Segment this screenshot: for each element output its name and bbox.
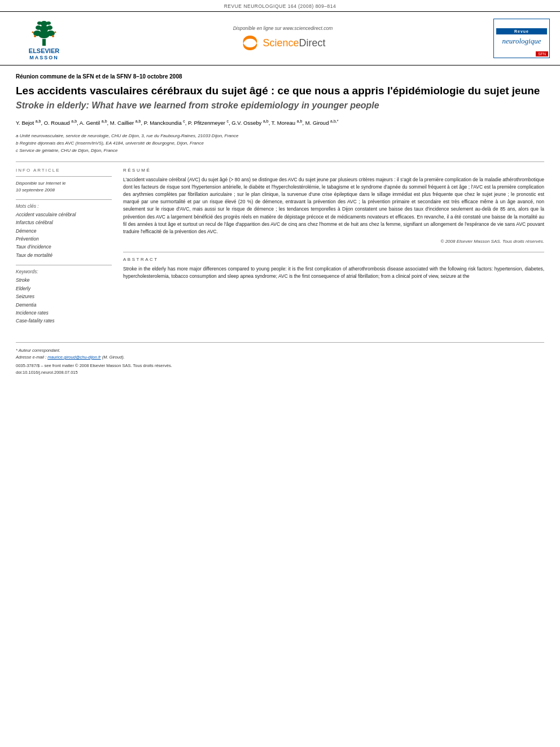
keywords-header: Keywords: xyxy=(16,269,112,274)
content-divider xyxy=(16,161,544,162)
resume-body-text: L'accident vasculaire cérébral (AVC) du … xyxy=(123,176,544,235)
journal-logo-box: Revue neurologique SFN xyxy=(488,19,550,58)
mot-cle-1: Accident vasculaire cérébral xyxy=(16,211,112,219)
info-divider-1 xyxy=(16,176,112,177)
mots-cles-header: Mots clés : xyxy=(16,203,112,209)
masson-brand-text: MASSON xyxy=(29,55,59,60)
article-title-french: Les accidents vasculaires cérébraux du s… xyxy=(16,84,544,98)
legal-text: 0035-3787/$ – see front matter © 2008 El… xyxy=(16,362,544,369)
keyword-6: Case-fatality rates xyxy=(16,317,112,325)
info-date: Disponible sur Internet le 10 septembre … xyxy=(16,180,112,194)
info-article-column: INFO ARTICLE Disponible sur Internet le … xyxy=(16,168,112,331)
authors-text: Y. Bejot a,b, O. Rouaud a,b, A. Gentil a… xyxy=(16,120,338,126)
mot-cle-6: Taux de mortalité xyxy=(16,251,112,259)
email-label: Adresse e-mail : xyxy=(16,355,46,360)
mot-cle-4: Prévention xyxy=(16,235,112,243)
keyword-3: Seizures xyxy=(16,292,112,300)
revue-flag: SFN xyxy=(536,51,548,56)
two-column-section: INFO ARTICLE Disponible sur Internet le … xyxy=(16,168,544,331)
resume-column: RÉSUMÉ L'accident vasculaire cérébral (A… xyxy=(123,168,544,331)
mot-cle-5: Taux d'incidence xyxy=(16,243,112,251)
revue-neurologique-box: Revue neurologique SFN xyxy=(493,19,550,58)
info-date-value: 10 septembre 2008 xyxy=(16,187,55,193)
resume-header: RÉSUMÉ xyxy=(123,168,544,173)
sciencedirect-section: Disponible en ligne sur www.sciencedirec… xyxy=(78,25,488,51)
affiliations: a Unité neurovasculaire, service de neur… xyxy=(16,133,544,154)
svg-point-7 xyxy=(41,21,47,27)
abstract-divider xyxy=(123,252,544,252)
star-note-text: * Auteur correspondant. xyxy=(16,348,60,353)
svg-point-13 xyxy=(55,32,56,33)
mot-cle-2: Infarctus cérébral xyxy=(16,219,112,226)
sciencedirect-text: ScienceDirect xyxy=(262,37,325,49)
revue-journal-title: neurologique xyxy=(501,34,542,49)
revue-top-bar: Revue xyxy=(496,28,547,34)
mots-cles-list: Accident vasculaire cérébral Infarctus c… xyxy=(16,211,112,260)
affiliation-c: c Service de gériatrie, CHU de Dijon, Di… xyxy=(16,147,544,155)
star-footnote: * Auteur correspondant. xyxy=(16,347,544,354)
journal-citation: REVUE NEUROLOGIQUE 164 (2008) 809–814 xyxy=(224,3,336,9)
svg-point-5 xyxy=(36,25,41,30)
elsevier-brand-text: ELSEVIER xyxy=(29,47,59,55)
svg-point-9 xyxy=(46,21,51,25)
email-link[interactable]: maurice.giroud@chu-dijon.fr xyxy=(47,355,100,360)
available-online-text: Disponible en ligne sur www.sciencedirec… xyxy=(233,25,333,31)
publisher-logo: ELSEVIER MASSON xyxy=(10,16,78,60)
mot-cle-3: Démence xyxy=(16,227,112,235)
info-divider-2 xyxy=(16,199,112,200)
keyword-1: Stroke xyxy=(16,276,112,284)
keyword-4: Dementia xyxy=(16,301,112,309)
elsevier-tree-icon xyxy=(27,16,61,47)
svg-point-12 xyxy=(32,32,34,33)
svg-point-10 xyxy=(34,35,36,37)
page-wrapper: REVUE NEUROLOGIQUE 164 (2008) 809–814 xyxy=(0,0,560,747)
info-divider-3 xyxy=(16,265,112,265)
conference-header: Réunion commune de la SFN et de la SFNV … xyxy=(16,73,544,80)
header-banner: ELSEVIER MASSON Disponible en ligne sur … xyxy=(0,11,560,65)
article-title-english: Stroke in elderly: What have we learned … xyxy=(16,100,544,111)
resume-copyright: © 2008 Elsevier Masson SAS. Tous droits … xyxy=(123,239,544,244)
main-content: Réunion commune de la SFN et de la SFNV … xyxy=(0,65,560,384)
keyword-5: Incidence rates xyxy=(16,309,112,317)
affiliation-a: a Unité neurovasculaire, service de neur… xyxy=(16,133,544,140)
doi-text: doi:10.1016/j.neurol.2008.07.015 xyxy=(16,369,544,376)
svg-rect-0 xyxy=(42,39,46,46)
sciencedirect-logo: ScienceDirect xyxy=(240,34,325,51)
svg-point-6 xyxy=(47,25,53,30)
info-date-label: Disponible sur Internet le xyxy=(16,181,66,186)
svg-point-8 xyxy=(37,21,42,25)
info-article-label: INFO ARTICLE xyxy=(16,168,112,173)
sd-brand-icon xyxy=(240,34,260,51)
journal-header: REVUE NEUROLOGIQUE 164 (2008) 809–814 xyxy=(0,0,560,11)
revue-label: Revue xyxy=(514,29,529,33)
email-footnote: Adresse e-mail : maurice.giroud@chu-dijo… xyxy=(16,354,544,361)
keyword-2: Elderly xyxy=(16,285,112,292)
abstract-body-text: Stroke in the elderly has more major dif… xyxy=(123,265,544,280)
svg-point-11 xyxy=(52,35,54,37)
affiliation-b: b Registre dijonnais des AVC (Inserm/InV… xyxy=(16,140,544,147)
footer-section: * Auteur correspondant. Adresse e-mail :… xyxy=(16,342,544,376)
email-suffix: (M. Giroud). xyxy=(102,355,125,360)
authors-line: Y. Bejot a,b, O. Rouaud a,b, A. Gentil a… xyxy=(16,118,544,127)
keywords-list: Stroke Elderly Seizures Dementia Inciden… xyxy=(16,276,112,325)
abstract-header: ABSTRACT xyxy=(123,257,544,262)
